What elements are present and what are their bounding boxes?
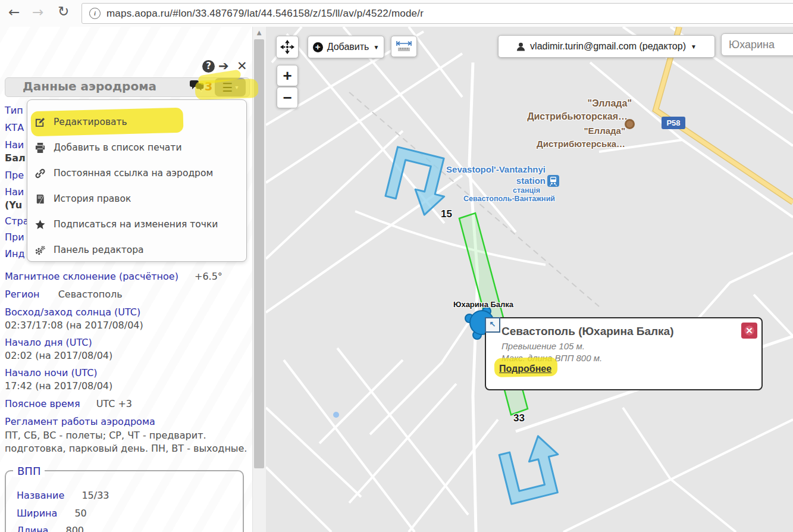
hamburger-icon: ☰	[222, 82, 233, 93]
chevron-down-icon: ▼	[373, 44, 379, 51]
url-bar[interactable]: i maps.aopa.ru/#lon/33.487679/lat/44.546…	[82, 3, 793, 24]
menu-item-history[interactable]: История правок	[35, 189, 239, 209]
airfield-name-label: Юхарина Балка	[453, 300, 513, 309]
add-object-label: Добавить	[327, 42, 369, 52]
station-label-ua-2: Севастополь-Вантажний	[463, 195, 555, 203]
url-text[interactable]: maps.aopa.ru/#lon/33.487679/lat/44.54615…	[106, 8, 424, 20]
user-account-label: vladimir.turin@gmail.com (редактор)	[530, 41, 686, 52]
field-night-start-label: Начало ночи (UTC)	[5, 367, 98, 378]
zoom-out-button[interactable]: −	[277, 87, 298, 108]
details-link[interactable]: Подробнее	[499, 364, 551, 374]
map-canvas[interactable]: "Эллада" Дистрибьюторская… "Еллада" Дист…	[266, 27, 793, 532]
roads-layer	[266, 27, 793, 532]
edit-icon	[35, 117, 46, 128]
field-night-start-value: 17:42 (на 2017/08/04)	[5, 380, 112, 392]
field-day-start-value: 02:02 (на 2017/08/04)	[5, 350, 112, 361]
poi-label-ellada-ru: "Эллада"	[588, 98, 632, 109]
field-value-name-en: (Yu	[5, 199, 22, 211]
add-object-button[interactable]: + Добавить ▼	[308, 36, 384, 58]
comments-count[interactable]: 3	[205, 80, 212, 93]
menu-item-label: Редактировать	[54, 117, 127, 127]
road-badge: P58	[662, 117, 685, 129]
poi-dot-icon[interactable]	[625, 119, 635, 129]
panel-menu-button[interactable]: ☰ ▾	[215, 78, 246, 96]
menu-item-print[interactable]: Добавить в список печати	[35, 137, 239, 158]
station-label-ua-1: станція	[513, 186, 540, 195]
menu-item-edit[interactable]: Редактировать	[35, 112, 239, 132]
runway-end-15-label: 15	[441, 208, 452, 220]
book-icon	[35, 193, 46, 205]
field-sunrise-value: 02:37/17:08 (на 2017/08/04)	[5, 320, 143, 331]
scrollbar-up-icon[interactable]: ▲	[252, 27, 266, 39]
chevron-down-icon: ▼	[691, 43, 697, 50]
menu-item-subscribe[interactable]: Подписаться на изменения точки	[35, 214, 239, 234]
menu-item-permalink[interactable]: Постоянная ссылка на аэродром	[35, 163, 239, 183]
chevron-down-icon: ▾	[235, 84, 238, 90]
field-label-belong: При	[5, 231, 24, 243]
close-panel-icon[interactable]: ✕	[237, 59, 247, 73]
field-label-type: Тип	[5, 105, 23, 116]
search-input[interactable]	[721, 33, 793, 56]
forward-icon[interactable]: →	[32, 4, 43, 20]
move-crosshair-icon	[280, 40, 294, 54]
runway-end-33-label: 33	[513, 412, 525, 424]
detach-arrow-icon[interactable]: ➔	[218, 59, 229, 73]
field-label-name-en: Наи	[5, 186, 24, 198]
field-schedule-value: ПТ, СБ, ВС - полеты; СР, ЧТ - предварит.…	[5, 429, 247, 455]
browser-toolbar: ← → ↻ i maps.aopa.ru/#lon/33.487679/lat/…	[0, 0, 793, 27]
popup-title: Севастополь (Юхарина Балка)	[501, 325, 674, 338]
scrollbar-thumb[interactable]	[254, 39, 264, 468]
panel-menu-dropdown: Редактировать Добавить в список печати П…	[27, 99, 247, 262]
field-timezone: Поясное время UTC +3	[5, 398, 132, 409]
field-label-index: Инд	[5, 248, 25, 259]
measure-button[interactable]	[391, 36, 417, 57]
popup-runway-length: Макс. длина ВПП 800 м.	[501, 353, 602, 363]
map-base-layer	[266, 27, 793, 532]
pan-mode-button[interactable]	[276, 36, 299, 58]
field-sunrise-label: Восход/заход солнца (UTC)	[5, 306, 140, 318]
menu-item-label: Панель редактора	[54, 245, 144, 255]
field-region: Регион Севастополь	[5, 289, 123, 300]
runway-name-row: Название 15/33	[17, 490, 109, 501]
popup-close-icon[interactable]: ✕	[741, 323, 757, 339]
expand-icon[interactable]: ↖	[485, 317, 500, 333]
zoom-in-button[interactable]: +	[277, 65, 298, 86]
plus-circle-icon: +	[313, 42, 323, 52]
menu-item-label: История правок	[54, 193, 131, 204]
field-day-start-label: Начало дня (UTC)	[5, 337, 92, 348]
traffic-pattern-arrow-south	[497, 433, 567, 504]
help-icon[interactable]: ?	[202, 60, 215, 73]
page-info-icon[interactable]: i	[89, 8, 101, 19]
user-icon	[516, 42, 525, 51]
poi-label-ellada-ua: "Еллада"	[584, 126, 626, 136]
field-label-elevation: Пре	[5, 170, 24, 181]
poi-label-distr-ru: Дистрибьюторская…	[527, 111, 628, 122]
menu-item-label: Постоянная ссылка на аэродром	[54, 168, 213, 179]
field-value-name: Бал	[5, 152, 26, 164]
field-label-kta: КТА	[5, 122, 24, 133]
star-icon	[35, 219, 46, 230]
panel-title: Данные аэродрома	[23, 79, 156, 93]
menu-item-label: Подписаться на изменения точки	[54, 219, 218, 230]
refresh-icon[interactable]: ↻	[58, 4, 69, 19]
user-account-button[interactable]: vladimir.turin@gmail.com (редактор) ▼	[498, 35, 715, 58]
water-dot	[333, 412, 339, 418]
train-station-icon[interactable]	[547, 175, 559, 187]
popup-elevation: Превышение 105 м.	[501, 341, 585, 351]
field-magnetic-declination: Магнитное склонение (расчётное) +6.5°	[5, 271, 222, 282]
back-icon[interactable]: ←	[8, 4, 20, 20]
comments-icon[interactable]	[189, 80, 205, 92]
gears-icon	[35, 245, 46, 256]
runway-length-row: Длина 800	[17, 525, 84, 532]
link-icon	[35, 168, 46, 179]
menu-item-editor-panel[interactable]: Панель редактора	[35, 240, 239, 260]
station-label-en-1: Sevastopol'-Vantazhnyi	[446, 164, 546, 174]
printer-icon	[35, 142, 46, 154]
poi-label-distr-ua: Дистрибютерська…	[537, 139, 625, 149]
field-label-country: Стра	[5, 215, 29, 227]
ruler-measure-icon	[396, 40, 412, 52]
airfield-popup: Севастополь (Юхарина Балка) Превышение 1…	[485, 317, 763, 390]
station-label-en-2: station	[516, 176, 546, 186]
field-schedule-label: Регламент работы аэродрома	[5, 416, 155, 427]
runway-fieldset	[5, 470, 244, 532]
